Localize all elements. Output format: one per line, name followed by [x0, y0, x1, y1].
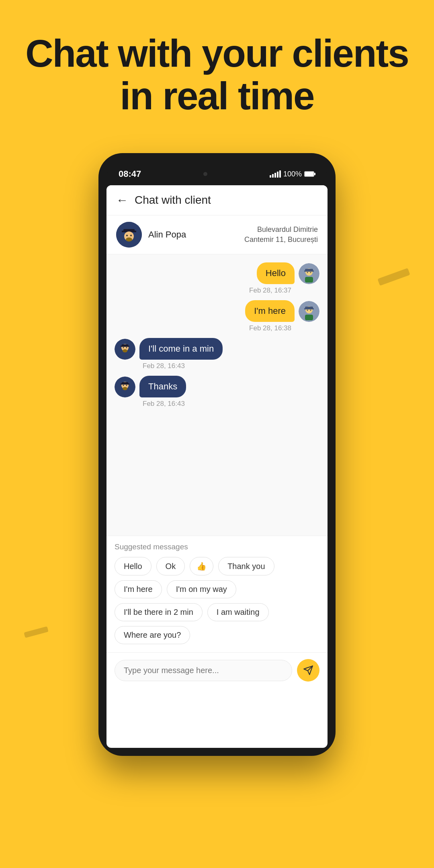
chat-area: Hello	[106, 254, 328, 536]
suggestion-chip-ok[interactable]: Ok	[156, 557, 185, 575]
client-avatar-chat	[115, 339, 135, 360]
message-input-area	[106, 652, 328, 688]
phone-device: 08:47 100%	[98, 153, 336, 756]
status-bar: 08:47 100%	[106, 161, 328, 185]
svg-point-17	[310, 272, 311, 273]
message-row: I'll come in a min	[115, 338, 319, 360]
suggested-section: Suggested messages Hello Ok 👍 Thank you …	[106, 536, 328, 652]
svg-point-30	[123, 347, 124, 348]
svg-rect-22	[305, 315, 313, 320]
suggested-row-4: Where are you?	[115, 626, 319, 644]
status-icons: 100%	[270, 170, 315, 178]
svg-point-23	[307, 310, 308, 311]
contact-avatar	[116, 222, 142, 248]
battery-status: 100%	[283, 170, 302, 178]
svg-rect-14	[304, 270, 314, 272]
signal-icon	[270, 170, 281, 178]
contact-address: Bulevardul Dimitrie Cantemir 11, Bucureș…	[229, 225, 318, 245]
message-timestamp: Feb 28, 16:43	[115, 362, 319, 370]
suggestion-chip-imhere[interactable]: I'm here	[115, 580, 162, 598]
svg-point-16	[307, 272, 308, 273]
svg-point-37	[123, 385, 124, 386]
svg-point-24	[310, 310, 311, 311]
svg-rect-2	[305, 172, 313, 176]
suggestion-chip-thumbs[interactable]: 👍	[190, 557, 213, 575]
hero-section: Chat with your clients in real time	[0, 0, 434, 141]
svg-rect-21	[304, 308, 314, 309]
svg-point-29	[123, 349, 127, 352]
svg-rect-3	[314, 173, 315, 175]
message-bubble: I'm here	[245, 300, 295, 322]
client-avatar-chat	[115, 377, 135, 397]
suggestion-chip-2min[interactable]: I'll be there in 2 min	[115, 603, 203, 621]
send-button[interactable]	[297, 659, 319, 682]
suggestion-chip-onmyway[interactable]: I'm on my way	[167, 580, 236, 598]
message-bubble: Thanks	[139, 376, 186, 397]
svg-point-10	[130, 235, 132, 236]
message-timestamp: Feb 28, 16:37	[115, 287, 319, 295]
svg-point-0	[203, 172, 207, 176]
suggested-row-2: I'm here I'm on my way	[115, 580, 319, 598]
hero-title: Chat with your clients in real time	[24, 32, 410, 117]
svg-rect-28	[121, 346, 129, 347]
app-header: ← Chat with client	[106, 185, 328, 215]
screen-title: Chat with client	[135, 194, 211, 207]
message-input[interactable]	[115, 660, 292, 681]
suggestion-chip-hello[interactable]: Hello	[115, 557, 151, 575]
message-bubble: I'll come in a min	[139, 338, 223, 360]
message-row: Thanks	[115, 376, 319, 397]
message-bubble: Hello	[257, 262, 295, 284]
suggestion-chip-thankyou[interactable]: Thank you	[218, 557, 274, 575]
phone-wrapper: 08:47 100%	[0, 153, 434, 756]
camera-notch	[197, 166, 213, 182]
battery-icon	[304, 171, 315, 177]
svg-rect-15	[305, 277, 313, 283]
app-screen: ← Chat with client	[106, 185, 328, 748]
svg-point-38	[126, 385, 127, 386]
contact-bar: Alin Popa Bulevardul Dimitrie Cantemir 1…	[106, 215, 328, 254]
message-timestamp: Feb 28, 16:43	[115, 400, 319, 408]
message-row: Hello	[115, 262, 319, 284]
svg-rect-35	[121, 383, 129, 385]
suggestion-chip-whereareyou[interactable]: Where are you?	[115, 626, 190, 644]
contact-name: Alin Popa	[148, 229, 229, 240]
svg-point-8	[126, 237, 132, 242]
sender-avatar	[299, 263, 319, 284]
suggested-row-3: I'll be there in 2 min I am waiting	[115, 603, 319, 621]
suggested-label: Suggested messages	[115, 542, 319, 551]
suggestion-chip-waiting[interactable]: I am waiting	[207, 603, 269, 621]
sender-avatar	[299, 301, 319, 322]
svg-point-31	[126, 347, 127, 348]
svg-point-9	[126, 235, 128, 236]
message-row: I'm here	[115, 300, 319, 322]
svg-point-36	[123, 387, 127, 390]
status-time: 08:47	[119, 169, 141, 179]
suggested-row-1: Hello Ok 👍 Thank you	[115, 557, 319, 575]
back-button[interactable]: ←	[116, 193, 128, 207]
message-timestamp: Feb 28, 16:38	[115, 324, 319, 332]
